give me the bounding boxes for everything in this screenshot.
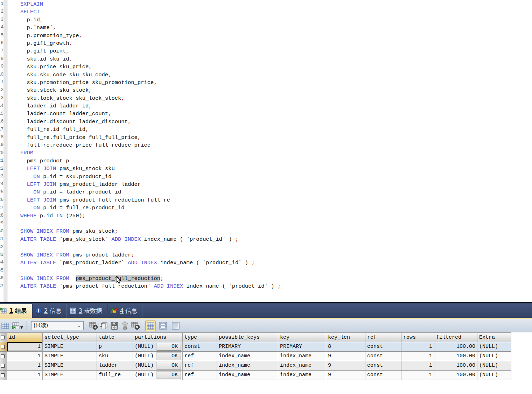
cell-select_type[interactable]: SIMPLE [43,371,97,380]
row-selector[interactable] [0,371,7,380]
code-line[interactable]: p.`name`, [20,24,532,31]
row-checkbox[interactable] [1,345,5,349]
column-header-partitions[interactable]: partitions [133,332,183,342]
column-header-key_len[interactable]: key_len [326,332,365,342]
code-line[interactable]: WHERE p.id IN (250); [20,212,532,220]
cell-ok-button[interactable]: OK [156,371,181,379]
cell-Extra[interactable]: (NULL) [477,361,511,371]
cell-id[interactable]: 1 [7,361,43,371]
cell-key[interactable]: index_name [278,352,326,361]
select-all-cell[interactable] [0,332,7,342]
column-header-filtered[interactable]: filtered [434,332,477,342]
tab-2[interactable]: 2信息 [32,304,67,318]
grid-view-button[interactable] [145,321,156,331]
cell-possible_keys[interactable]: PRIMARY [217,342,278,352]
cell-id[interactable]: 1 [7,342,43,352]
cell-partitions[interactable]: (NULL)OK [133,361,183,371]
cell-ok-button[interactable]: OK [156,352,181,360]
cell-type[interactable]: ref [183,352,217,361]
code-line[interactable]: p.gift_point, [20,47,532,55]
table-actions-dropdown-icon[interactable]: ▼ [20,325,23,329]
tab-3[interactable]: 3表数据 [67,304,107,318]
cell-key_len[interactable]: 8 [326,342,365,352]
column-header-table[interactable]: table [97,332,133,342]
column-header-key[interactable]: key [278,332,326,342]
code-line[interactable]: sku.price sku_price, [20,63,532,71]
cell-ref[interactable]: const [365,361,401,371]
cell-key_len[interactable]: 9 [326,361,365,371]
column-header-Extra[interactable]: Extra [477,332,511,342]
cell-select_type[interactable]: SIMPLE [43,342,97,352]
cell-filtered[interactable]: 100.00 [434,371,477,380]
code-line[interactable]: full_re.reduce_price full_reduce_price [20,141,532,149]
code-line[interactable]: p.gift_growth, [20,40,532,47]
cell-ok-button[interactable]: OK [156,362,181,370]
discard-changes-button[interactable] [130,321,141,331]
code-line[interactable]: ALTER TABLE `pms_sku_stock` ADD INDEX in… [20,235,532,243]
cell-table[interactable]: sku [97,352,133,361]
cell-key_len[interactable]: 9 [326,352,365,361]
code-line[interactable]: p.id, [20,16,532,24]
cell-partitions[interactable]: (NULL)OK [133,371,183,380]
add-row-button[interactable] [88,321,99,331]
code-line[interactable]: p.promotion_type, [20,32,532,40]
code-line[interactable]: sku.promotion_price sku_promotion_price, [20,79,532,86]
column-header-select_type[interactable]: select_type [43,332,97,342]
code-line[interactable]: LEFT JOIN pms_sku_stock sku [20,165,532,173]
code-line[interactable]: pms_product p [20,157,532,165]
code-line[interactable]: LEFT JOIN pms_product_full_reduction ful… [20,196,532,204]
cell-possible_keys[interactable]: index_name [217,352,278,361]
cell-select_type[interactable]: SIMPLE [43,361,97,371]
code-line[interactable] [20,243,532,251]
cell-possible_keys[interactable]: index_name [217,361,278,371]
cell-partitions[interactable]: (NULL)OK [133,352,183,361]
row-checkbox[interactable] [1,373,5,377]
cell-type[interactable]: ref [183,371,217,380]
cell-id[interactable]: 1 [7,352,43,361]
sql-editor[interactable]: 1234567891011121314151617181920212223242… [0,0,532,302]
cell-type[interactable]: const [183,342,217,352]
code-line[interactable]: FROM [20,149,532,157]
table-actions-icon[interactable] [10,321,21,331]
column-header-possible_keys[interactable]: possible_keys [217,332,278,342]
cell-table[interactable]: ladder [97,361,133,371]
code-line[interactable]: ON p.id = sku.product_id [20,173,532,181]
save-button[interactable] [109,321,120,331]
delete-row-button[interactable] [120,321,130,331]
code-line[interactable]: sku.lock_stock sku_lock_stock, [20,94,532,102]
code-line[interactable]: ladder.id ladder_id, [20,102,532,110]
row-checkbox[interactable] [1,336,5,339]
code-line[interactable]: sku.sku_code sku_sku_code, [20,71,532,79]
cell-rows[interactable]: 1 [401,342,434,352]
cell-key[interactable]: index_name [278,361,326,371]
code-line[interactable]: ALTER TABLE `pms_product_full_reduction`… [20,282,532,290]
sql-code[interactable]: EXPLAINSELECT p.id, p.`name`, p.promotio… [8,0,532,302]
cell-rows[interactable]: 1 [401,371,434,380]
cell-ref[interactable]: const [365,342,401,352]
cell-ref[interactable]: const [365,352,401,361]
tab-1-active[interactable]: 1结果 [0,304,32,318]
code-line[interactable]: ON p.id = full_re.product_id [20,204,532,212]
cell-key[interactable]: index_name [278,371,326,380]
cell-id[interactable]: 1 [7,371,43,380]
row-selector[interactable] [0,342,7,352]
code-line[interactable]: LEFT JOIN pms_product_ladder ladder [20,181,532,188]
code-line[interactable]: sku.id sku_id, [20,55,532,63]
cell-table[interactable]: full_re [97,371,133,380]
cell-Extra[interactable]: (NULL) [477,342,511,352]
row-checkbox[interactable] [1,354,5,358]
code-line[interactable]: full_re.full_price full_full_price, [20,134,532,141]
code-line[interactable]: ALTER TABLE `pms_product_ladder` ADD IND… [20,259,532,267]
cell-ok-button[interactable]: OK [156,343,181,351]
cell-possible_keys[interactable]: index_name [217,371,278,380]
cell-ref[interactable]: const [365,371,401,380]
code-line[interactable] [20,220,532,227]
cell-Extra[interactable]: (NULL) [477,371,511,380]
row-checkbox[interactable] [1,364,5,368]
column-header-rows[interactable]: rows [401,332,434,342]
text-view-button[interactable] [170,321,181,331]
cell-filtered[interactable]: 100.00 [434,342,477,352]
result-mode-select[interactable]: (只读) ⌄ [31,321,84,330]
code-line[interactable]: SHOW INDEX FROM pms_sku_stock; [20,227,532,235]
duplicate-row-button[interactable] [99,321,109,331]
